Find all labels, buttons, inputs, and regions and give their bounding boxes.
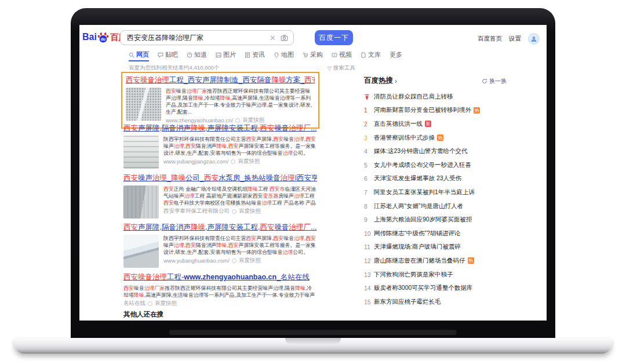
snapshot-link[interactable]: 百度快照 bbox=[239, 257, 261, 264]
result-source-row: 西安亨泰环保工程有限公司百度快照 bbox=[163, 208, 317, 215]
hot-search-header: 百度热搜 › 换一换 bbox=[364, 76, 507, 86]
shield-icon bbox=[232, 209, 236, 214]
tab-知道[interactable]: ?知道 bbox=[187, 50, 207, 61]
result-source-row: 名站在线百度快照 bbox=[123, 300, 317, 307]
hot-rank: 10 bbox=[364, 230, 374, 237]
search-button[interactable]: 百度一下 bbox=[315, 30, 353, 45]
result-description: 西安正尚 金融广场冷却塔及空调机组降噪工程 西安市临潼区天河油气站噪声治理工程 … bbox=[163, 185, 317, 206]
hot-search-item[interactable]: 7阿里女员工案张某被判1年半当庭上诉 bbox=[364, 185, 507, 199]
snapshot-link[interactable]: 百度快照 bbox=[239, 208, 261, 215]
settings-link[interactable]: 设置 bbox=[509, 35, 521, 43]
snapshot-link[interactable]: 百度快照 bbox=[155, 300, 177, 307]
new-badge: 新 bbox=[425, 121, 431, 127]
tab-图片[interactable]: 图片 bbox=[216, 50, 236, 61]
refresh-button[interactable]: 换一换 bbox=[482, 77, 507, 85]
doc-icon bbox=[361, 52, 366, 58]
hot-search-item[interactable]: 3香港警察训练中式步操热 bbox=[364, 131, 507, 145]
tab-贴吧[interactable]: 贴吧 bbox=[158, 50, 178, 61]
hot-rank: 1 bbox=[364, 107, 374, 114]
avatar[interactable] bbox=[528, 33, 540, 45]
hot-search-title[interactable]: 百度热搜 bbox=[364, 76, 393, 86]
chevron-right-icon: › bbox=[395, 77, 397, 85]
shield-icon bbox=[148, 301, 152, 306]
result-url: www.zhengyaohuanbao.cn/ bbox=[166, 117, 233, 123]
hot-search-item[interactable]: 14贩卖者称3000可买学习通整个数据库 bbox=[364, 281, 507, 295]
hot-rank: 2 bbox=[364, 121, 374, 128]
hot-rank: 6 bbox=[364, 175, 374, 182]
question-icon: ? bbox=[187, 52, 192, 58]
result-title[interactable]: 西安噪音治理工程-www.zhengyaohuanbao.cn_名站在线 bbox=[123, 272, 317, 282]
browser-screen: Bai du 百度 ✕ bbox=[79, 25, 547, 321]
hot-item-text: 网传陈继志“中级伤”?胡锡进评论 bbox=[374, 230, 460, 238]
result-thumbnail[interactable] bbox=[123, 136, 159, 169]
hot-item-text: 天津宝坻发生爆燃事故 23人受伤 bbox=[374, 174, 461, 183]
result-thumbnail[interactable] bbox=[123, 185, 159, 219]
laptop-base bbox=[14, 338, 612, 354]
hot-rank: 14 bbox=[364, 285, 374, 292]
hot-search-item[interactable]: 9上海第六粮油回应90岁阿婆买面被拒 bbox=[364, 213, 507, 227]
result-description: 陕西宇邦环保科技有限责任公司主营西安声屏障,西安噪音治理,西安噪声治理,西安隔音… bbox=[163, 235, 317, 256]
home-link[interactable]: 百度首页 bbox=[478, 35, 502, 43]
results-count: 百度为您找到相关结果约4,410,000个 bbox=[129, 64, 219, 72]
hot-rank: 11 bbox=[364, 243, 374, 250]
chat-icon bbox=[158, 52, 163, 58]
shield-icon bbox=[232, 259, 236, 263]
hot-item-text: 媒体:这23分钟唐山警方需给个交代 bbox=[374, 147, 468, 155]
hot-search-item[interactable]: 13下河救狗溺亡男孩是家中独子 bbox=[364, 268, 507, 282]
search-tools[interactable]: ▽ 搜索工具 bbox=[327, 64, 355, 72]
result-title[interactable]: 西安声屏障,隔音消声降噪,声屏障安装工程,西安噪音治理厂... bbox=[123, 123, 317, 133]
result-description: 西安噪音治理厂家推荐陕西正耀环保科技有限公司其主要经营噪声治理,隔音降噪,冷却塔… bbox=[166, 88, 315, 115]
top-pin-icon bbox=[364, 94, 374, 100]
video-icon bbox=[332, 52, 337, 58]
hot-rank: 8 bbox=[364, 203, 374, 210]
result-url: www.yubanghuanbao.com/ bbox=[163, 257, 230, 264]
result-source-row: www.yubangjiangzao.com/百度快照 bbox=[163, 158, 317, 165]
hot-search-item[interactable]: 10网传陈继志“中级伤”?胡锡进评论 bbox=[364, 227, 507, 241]
result-url: www.yubangjiangzao.com/ bbox=[163, 158, 228, 165]
hot-search-item[interactable]: 12唐山陈继志曾在澳门赌场当叠码仔热 bbox=[364, 254, 507, 268]
result-thumbnail[interactable] bbox=[126, 88, 161, 121]
hot-search-item[interactable]: 消防员让群众踩自己肩上转移 bbox=[364, 90, 507, 104]
hot-search-item[interactable]: 2直击英德抗洪一线新 bbox=[364, 117, 507, 131]
refresh-icon bbox=[482, 78, 487, 84]
hot-search-item[interactable]: 15新东方回应桃子霉烂长毛 bbox=[364, 295, 507, 309]
hot-item-text: 女儿中考成绩公布父母一秒进入狂喜 bbox=[374, 161, 471, 169]
result-site-name: 西安亨泰环保工程有限公司 bbox=[163, 208, 230, 215]
result-description: 陕西宇邦环保科技有限责任公司主营西安声屏障,西安噪音治理,西安噪声治理,西安隔音… bbox=[163, 136, 317, 156]
search-icon bbox=[129, 52, 134, 58]
hot-search-item[interactable]: 6天津宝坻发生爆燃事故 23人受伤 bbox=[364, 172, 507, 186]
tab-更多[interactable]: 更多 bbox=[390, 50, 402, 61]
tab-地图[interactable]: 地图 bbox=[274, 50, 294, 61]
hot-search-item[interactable]: 8江苏老人两“女婿”均是唐山打人者 bbox=[364, 199, 507, 213]
hot-search-item[interactable]: 4媒体:这23分钟唐山警方需给个交代 bbox=[364, 144, 507, 158]
result-title[interactable]: 西安噪声治理_降噪公司_西安水泵房_换热站噪音治理|西安亨... bbox=[123, 173, 317, 183]
top-pin-icon bbox=[364, 94, 370, 100]
hot-item-text: 下河救狗溺亡男孩是家中独子 bbox=[374, 271, 453, 279]
search-result: 西安声屏障,隔音消声降噪,声屏障安装工程,西安噪音治理厂...陕西宇邦环保科技有… bbox=[123, 223, 317, 268]
hot-search-item[interactable]: 1河南新财富部分资金已被转移到境外热 bbox=[364, 104, 507, 118]
tab-资讯[interactable]: 资讯 bbox=[245, 50, 265, 61]
hot-list: 消防员让群众踩自己肩上转移1河南新财富部分资金已被转移到境外热2直击英德抗洪一线… bbox=[364, 90, 507, 309]
hot-badge: 热 bbox=[474, 107, 480, 114]
search-input[interactable] bbox=[126, 33, 265, 42]
clear-icon[interactable]: ✕ bbox=[270, 34, 276, 42]
camera-icon[interactable] bbox=[281, 34, 288, 42]
hot-rank: 5 bbox=[364, 162, 374, 169]
result-title[interactable]: 西安噪音治理工程_西安声屏障制造_西安隔音降噪方案_西安... bbox=[126, 75, 315, 85]
result-title[interactable]: 西安声屏障,隔音消声降噪,声屏障安装工程,西安噪音治理厂... bbox=[123, 223, 317, 232]
hot-search-item[interactable]: 5女儿中考成绩公布父母一秒进入狂喜 bbox=[364, 158, 507, 172]
result-thumbnail[interactable] bbox=[123, 235, 159, 268]
news-icon bbox=[245, 52, 250, 58]
tab-视频[interactable]: 视频 bbox=[332, 50, 352, 61]
result-description: 西安噪音治理厂家推荐陕西正耀环保科技有限公司其主要经营噪声治理,隔音降噪,冷却塔… bbox=[123, 285, 317, 299]
tab-采购[interactable]: 采购 bbox=[303, 50, 323, 61]
top-links: 百度首页 设置 bbox=[478, 33, 540, 45]
hot-search-item[interactable]: 11天津爆燃现场:商户玻璃门被震碎 bbox=[364, 241, 507, 254]
hot-badge: 热 bbox=[468, 257, 474, 264]
snapshot-link[interactable]: 百度快照 bbox=[238, 158, 260, 165]
map-icon bbox=[274, 52, 279, 58]
tab-文库[interactable]: 文库 bbox=[361, 50, 381, 61]
tabs-row: 网页贴吧?知道图片资讯地图采购视频文库更多 bbox=[129, 50, 402, 61]
tab-网页[interactable]: 网页 bbox=[129, 50, 149, 61]
hot-item-text: 上海第六粮油回应90岁阿婆买面被拒 bbox=[374, 216, 472, 224]
